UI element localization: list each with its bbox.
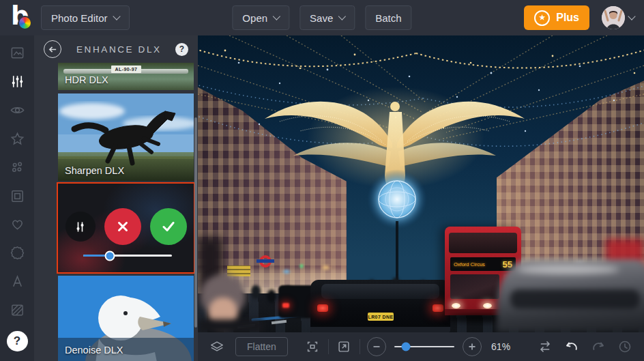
bus-destination-sign: Oxford Circus 55 [450,257,516,271]
history-button[interactable] [616,338,633,356]
history-clock-icon [617,338,633,355]
layers-icon [209,339,224,354]
dots-cluster-icon [10,160,25,175]
panel-scrollbar[interactable] [194,117,197,328]
save-button[interactable]: Save [299,5,355,30]
effect-card-hdr-dlx[interactable]: AL-90-97 HDR DLX [58,63,194,90]
text-icon [10,274,25,289]
sliders-icon [10,74,25,89]
zoom-slider-thumb[interactable] [402,343,411,351]
taxi-window-band [510,289,640,308]
star-icon [10,131,25,147]
tail-light-right [433,304,443,312]
logo-rainbow-disc [18,16,32,30]
eye-icon [10,102,25,118]
open-in-new-button[interactable] [336,338,353,356]
slider-thumb[interactable] [105,250,115,261]
panel-header: ENHANCE DLX ? [34,35,198,63]
zoom-out-button[interactable] [367,337,386,356]
upper-deck-windows [449,233,517,253]
chevron-down-icon [338,12,346,20]
badge-icon [10,245,25,261]
cab-bumper [310,327,450,332]
sidebar-item-textures[interactable] [9,302,25,318]
batch-button[interactable]: Batch [365,5,411,30]
sidebar-item-effects[interactable] [9,131,25,147]
chevron-down-icon [628,12,635,20]
roof-highlight [517,265,619,274]
car-license-plate: AL-90-97 [111,66,141,73]
mini-sliders-icon [74,220,87,233]
sidebar-item-edit[interactable] [9,45,25,61]
open-in-new-icon [336,339,351,354]
effect-card-denoise-dlx[interactable]: Denoise DLX [58,276,194,361]
sidebar-item-text[interactable] [9,274,25,289]
panel-help-button[interactable]: ? [175,43,188,56]
sidebar-item-frames[interactable] [9,188,25,203]
license-plate: LR07 DNE [368,313,394,321]
plus-upgrade-button[interactable]: ★ Plus [524,5,589,30]
frame-icon [10,188,25,204]
sidebar-item-enhance[interactable] [9,74,25,89]
effect-card-selected[interactable] [57,182,195,274]
windshield [450,274,499,299]
account-area: ★ Plus [524,5,634,30]
zoom-slider[interactable] [394,346,454,347]
compare-icon [537,338,553,355]
plus-icon [468,343,476,351]
avatar-image [602,6,625,29]
redo-button[interactable] [589,338,606,356]
zoom-in-button[interactable] [463,337,482,356]
photo-canvas[interactable]: LR07 DNE Oxford Circus 55 [198,35,644,332]
enhance-dlx-panel: ENHANCE DLX ? AL-90-97 HDR DLX [34,35,198,361]
headlight [452,303,460,308]
fit-screen-button[interactable] [304,338,321,356]
star-icon: ★ [534,10,550,26]
cab-rear-window [321,284,439,299]
effect-controls [58,208,194,245]
sidebar-item-touchup[interactable] [9,102,25,118]
panel-title: ENHANCE DLX [76,44,162,55]
adjust-settings-button[interactable] [65,212,96,242]
flatten-button[interactable]: Flatten [235,337,288,356]
minus-icon [372,343,381,351]
help-button[interactable]: ? [7,331,28,351]
undo-button[interactable] [563,338,580,356]
sidebar-item-artsy[interactable] [9,160,25,175]
redo-icon [590,338,606,355]
texture-icon [10,302,25,318]
avatar-button[interactable] [602,6,634,29]
effect-label: Sharpen DLX [65,165,124,176]
black-cab: LR07 DNE [310,280,450,332]
top-bar: b Photo Editor Open Save Batch ★ Plus [0,0,644,35]
blurred-shoulders [198,319,263,332]
open-button[interactable]: Open [232,5,289,30]
check-icon [161,219,176,234]
sidebar-item-favorites[interactable] [9,216,25,232]
divider [328,339,329,354]
undo-icon [564,338,580,355]
layers-button[interactable] [209,338,226,356]
effect-strength-slider[interactable] [83,255,172,257]
cancel-effect-button[interactable] [104,208,141,245]
compare-button[interactable] [536,338,553,356]
bottom-toolbar: Flatten 61% [198,332,644,361]
chevron-down-icon [113,12,120,20]
blurred-foreground-taxi [497,259,644,332]
effect-card-sharpen-dlx[interactable]: Sharpen DLX [58,93,194,181]
file-actions: Open Save Batch [232,5,411,30]
chevron-down-icon [272,12,280,20]
apply-effect-button[interactable] [150,208,187,245]
bus-destination-text: Oxford Circus [454,261,485,268]
effect-label: Denoise DLX [65,345,123,356]
app-menu-label: Photo Editor [51,12,108,24]
dark-car [278,285,315,318]
back-button[interactable] [44,40,61,58]
befunky-logo[interactable]: b [10,4,35,31]
app-menu-button[interactable]: Photo Editor [41,5,130,30]
tail-light [282,303,289,308]
x-icon [116,220,130,233]
divider [360,339,360,354]
tail-light-left [317,304,328,312]
sidebar-item-graphics[interactable] [9,245,25,261]
